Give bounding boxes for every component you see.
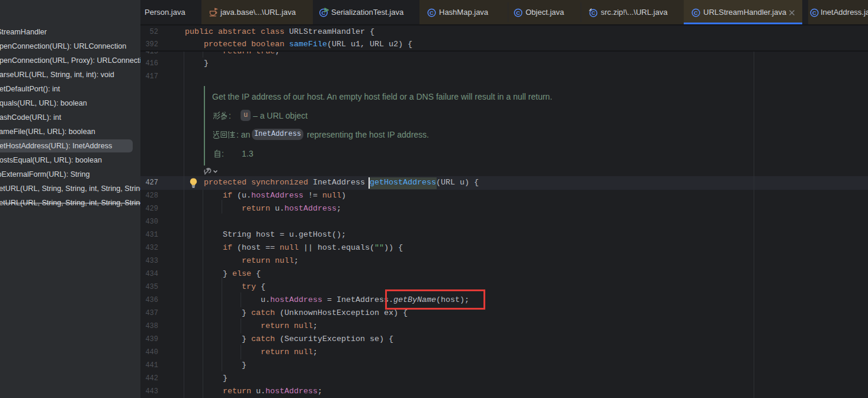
svg-text:C: C xyxy=(694,9,698,16)
svg-text:C: C xyxy=(591,10,595,16)
svg-text:C: C xyxy=(430,9,434,16)
svg-text:C: C xyxy=(516,9,520,16)
svg-text:C: C xyxy=(812,9,816,16)
